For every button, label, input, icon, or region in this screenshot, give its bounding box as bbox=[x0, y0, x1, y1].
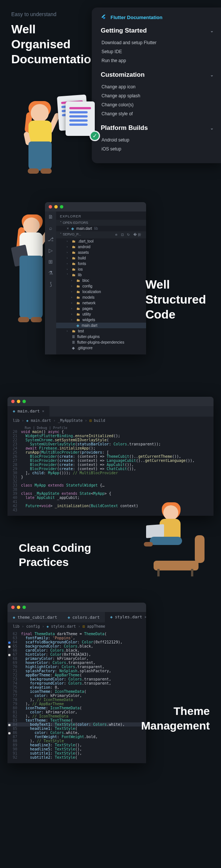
flutter-icon[interactable]: ⟆ bbox=[50, 281, 52, 287]
crumb-part[interactable]: _MyAppState bbox=[58, 418, 82, 423]
crumb-part[interactable]: ⊡ build bbox=[90, 418, 105, 423]
tree-folder[interactable]: ›🖿bloc bbox=[56, 278, 146, 283]
breadcrumb[interactable]: lib›◆ main.dart›_MyAppState›⊡ build bbox=[7, 417, 214, 424]
doc-group-title[interactable]: Platform Builds⌄ bbox=[101, 124, 214, 132]
run-debug-hint[interactable]: Run | Debug | Profile bbox=[7, 426, 214, 430]
doc-item[interactable]: Android setup bbox=[101, 135, 214, 144]
doc-item[interactable]: Setup IDE bbox=[101, 47, 214, 56]
explorer-actions[interactable]: ⊕ ⊡ ↻ �折 bbox=[115, 232, 142, 237]
doc-item[interactable]: iOS setup bbox=[101, 144, 214, 153]
tree-file[interactable]: ◆main.dart bbox=[56, 323, 146, 328]
search-icon[interactable]: ⌕ bbox=[49, 225, 52, 231]
doc-item[interactable]: Download and setup Flutter bbox=[101, 38, 214, 47]
project-header[interactable]: ˅ SERVO_P... ⊕ ⊡ ↻ �折 bbox=[56, 231, 146, 238]
crumb-part[interactable]: lib bbox=[13, 418, 19, 423]
code-line: 22 SystemChrome.setSystemUIOverlayStyle( bbox=[7, 438, 214, 442]
editor-tab[interactable]: ◆styles.dart× bbox=[105, 612, 146, 622]
open-editor-item[interactable]: × ◆ main.dart lib bbox=[56, 226, 146, 231]
close-dot-icon[interactable] bbox=[11, 400, 15, 403]
doc-item[interactable]: Change color(s) bbox=[101, 100, 214, 109]
code-line: 74 foregroundColor: Colors.transparent, bbox=[7, 681, 146, 685]
doc-item[interactable]: Change app splash bbox=[101, 91, 214, 100]
section-clean-coding: ◆ main.dart × lib›◆ main.dart›_MyAppStat… bbox=[0, 382, 221, 591]
tree-folder[interactable]: ›🖿fonts bbox=[56, 261, 146, 267]
breadcrumb[interactable]: lib›config›◆ styles.dart›⊡ appTheme bbox=[7, 622, 146, 630]
section3-title: Clean Coding Practices bbox=[19, 541, 91, 569]
tree-folder[interactable]: ›🖿build bbox=[56, 255, 146, 261]
explorer-panel: EXPLORER ˅ OPEN EDITORS × ◆ main.dart li… bbox=[56, 211, 146, 354]
tree-file[interactable]: ◆.gitignore bbox=[56, 345, 146, 351]
folder-icon: 🖿 bbox=[76, 295, 80, 299]
code-line: 67 hintColor: Color(0xffA3A3A3), bbox=[7, 652, 146, 657]
t2b: Structured bbox=[145, 293, 206, 306]
code-line: 23 SystemUiOverlayStyle(statusBarColor: … bbox=[7, 442, 214, 446]
code-line: 29 BlocProvider(create: (context) => Cha… bbox=[7, 467, 214, 471]
minimize-dot-icon[interactable] bbox=[17, 606, 20, 609]
open-file-name: main.dart bbox=[76, 226, 92, 231]
folder-icon: 🖿 bbox=[76, 318, 80, 322]
crumb-part[interactable]: ◆ main.dart bbox=[26, 418, 51, 423]
code-line: 65 backgroundColor: Colors.black, bbox=[7, 644, 146, 648]
editor-tab[interactable]: ◆colors.dart bbox=[63, 612, 105, 622]
code-line: 31} bbox=[7, 475, 214, 479]
tree-file[interactable]: ≣flutter-plugins bbox=[56, 334, 146, 339]
tree-folder[interactable]: ›🖿utility bbox=[56, 311, 146, 317]
tree-folder[interactable]: ›🖿test bbox=[56, 328, 146, 334]
maximize-dot-icon[interactable] bbox=[22, 606, 26, 609]
tab-main-dart[interactable]: ◆ main.dart × bbox=[7, 406, 49, 417]
tree-folder[interactable]: ›🖿localization bbox=[56, 289, 146, 295]
tree-folder[interactable]: ›🖿widgets bbox=[56, 317, 146, 323]
crumb-part[interactable]: ⊡ appTheme bbox=[83, 624, 105, 628]
minimize-dot-icon[interactable] bbox=[17, 400, 20, 403]
source-control-icon[interactable]: ⎇ bbox=[48, 236, 54, 242]
maximize-dot-icon[interactable] bbox=[22, 400, 26, 403]
code-line: 81 color: kPrimaryColor, bbox=[7, 710, 146, 714]
test-icon[interactable]: ⚗ bbox=[48, 270, 53, 276]
folder-icon: 🖿 bbox=[72, 239, 76, 243]
tree-folder[interactable]: ˅🖿lib bbox=[56, 272, 146, 278]
tree-folder[interactable]: ›🖿pages bbox=[56, 306, 146, 311]
crumb-part[interactable]: lib bbox=[13, 624, 19, 628]
open-editors-header[interactable]: ˅ OPEN EDITORS bbox=[56, 220, 146, 226]
tree-folder[interactable]: ›🖿models bbox=[56, 295, 146, 300]
activity-bar: 🗎 ⌕ ⎇ ▷ ⊞ ⚗ ⟆ bbox=[45, 211, 56, 354]
close-tab-icon[interactable]: × bbox=[42, 409, 44, 413]
code-line: 92 subtitle2: TextStyle( bbox=[7, 755, 146, 759]
close-dot-icon[interactable] bbox=[11, 606, 15, 609]
code-line: 91 subtitle1: TextStyle(), bbox=[7, 751, 146, 755]
code-body[interactable]: 62final ThemeData darkTheme = ThemeData(… bbox=[7, 630, 146, 763]
doc-group-title[interactable]: Customization⌄ bbox=[101, 71, 214, 79]
close-tab-icon[interactable]: × bbox=[145, 615, 146, 619]
minimize-dot-icon[interactable] bbox=[54, 205, 58, 208]
debug-icon[interactable]: ▷ bbox=[49, 247, 53, 253]
editor-tab[interactable]: ◆theme_cubit.dart bbox=[7, 612, 63, 622]
doc-item[interactable]: Change style of bbox=[101, 109, 214, 118]
tree-folder[interactable]: ›🖿.dart_tool bbox=[56, 238, 146, 244]
maximize-dot-icon[interactable] bbox=[60, 205, 63, 208]
files-icon[interactable]: 🗎 bbox=[48, 214, 53, 220]
code-line: 33class MyApp extends StatefulWidget {… bbox=[7, 483, 214, 487]
crumb-part[interactable]: ◆ styles.dart bbox=[46, 624, 76, 628]
code-line: 86 color: Colors.white, bbox=[7, 731, 146, 735]
close-dot-icon[interactable] bbox=[49, 205, 52, 208]
doc-card: Flutter Documentation Getting Started⌄Do… bbox=[92, 7, 221, 163]
tree-folder[interactable]: ›🖿network bbox=[56, 300, 146, 306]
code-line: 72 appBarTheme: AppBarTheme( bbox=[7, 673, 146, 677]
folder-icon: 🖿 bbox=[72, 273, 76, 277]
crumb-part[interactable]: config bbox=[26, 624, 40, 628]
t2c: Code bbox=[145, 308, 175, 321]
extensions-icon[interactable]: ⊞ bbox=[48, 259, 53, 265]
doc-item[interactable]: Change app icon bbox=[101, 82, 214, 91]
folder-icon: 🖿 bbox=[76, 312, 80, 316]
chevron-down-icon: ⌄ bbox=[210, 126, 214, 131]
tree-folder[interactable]: ›🖿config bbox=[56, 283, 146, 289]
tree-folder[interactable]: ›🖿android bbox=[56, 244, 146, 250]
doc-group-title[interactable]: Getting Started⌄ bbox=[101, 27, 214, 34]
tree-folder[interactable]: ›🖿assets bbox=[56, 250, 146, 255]
tree-folder[interactable]: ›🖿ios bbox=[56, 267, 146, 272]
code-line: 63 fontFamily: 'Poppins', bbox=[7, 636, 146, 640]
tree-file[interactable]: ≣flutter-plugins-dependencies bbox=[56, 339, 146, 345]
code-line: 77 color: kPrimaryColor, bbox=[7, 694, 146, 698]
doc-item[interactable]: Run the app bbox=[101, 56, 214, 65]
close-icon[interactable]: × bbox=[67, 226, 69, 231]
